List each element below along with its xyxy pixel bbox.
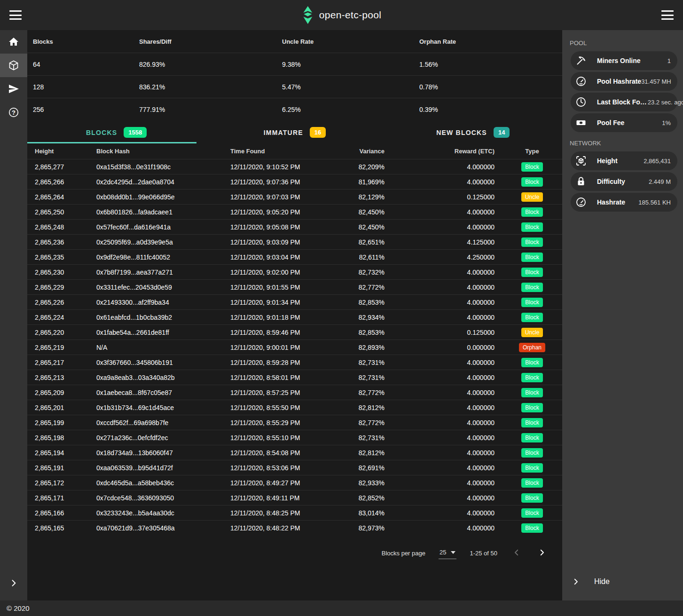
cell-variance: 82,450% [329, 208, 385, 216]
tab-immature[interactable]: IMMATURE 16 [205, 121, 384, 143]
banknote-icon [575, 117, 587, 128]
type-badge: Block [521, 463, 543, 473]
cell-reward: 4.000000 [385, 314, 495, 321]
network-section-label: NETWORK [562, 134, 683, 151]
cell-height: 2,865,248 [35, 223, 96, 231]
table-row: 2,865,277 0xa15d3f38...0e31f1908c 12/11/… [27, 159, 562, 174]
table-row: 2,865,194 0x18d734a9...13b6060f47 12/11/… [27, 445, 562, 460]
stat-value: 23.2 sec. ago [648, 99, 683, 106]
cell-block-hash: N/A [96, 344, 230, 351]
cell-height: 2,865,266 [35, 178, 96, 186]
cell-type: Block [495, 478, 570, 488]
cell-time-found: 12/11/2020, 8:48:22 PM [230, 524, 329, 532]
cell-block-hash: 0x61eabfcd...1b0cba39b2 [96, 314, 230, 321]
cell-block-hash: 0x1aebeca8...8f67c05e87 [96, 389, 230, 396]
stats-shares-value: 826.93% [139, 61, 282, 68]
home-icon [8, 36, 19, 47]
svg-text:?: ? [12, 109, 16, 116]
app-window: open-etc-pool [0, 0, 683, 616]
stat-value: 2.449 M [649, 178, 671, 185]
col-reward: Reward (ETC) [385, 148, 495, 155]
nav-home-button[interactable] [0, 30, 27, 54]
col-height: Height [35, 148, 96, 155]
cell-height: 2,865,226 [35, 299, 96, 306]
cell-block-hash: 0x271a236c...0efcfdf2ec [96, 434, 230, 442]
cell-block-hash: 0xa15d3f38...0e31f1908c [96, 163, 230, 171]
type-badge: Block [521, 448, 543, 458]
stat-value: 2,865,431 [644, 158, 671, 165]
tab-immature-count-badge: 16 [310, 127, 326, 138]
cell-block-hash: 0x25095f69...a0d39e9e5a [96, 238, 230, 246]
cell-time-found: 12/11/2020, 9:01:34 PM [230, 299, 329, 306]
cell-block-hash: 0x7b8f7199...aea377a271 [96, 269, 230, 276]
cell-variance: 82,731% [329, 359, 385, 366]
type-badge: Block [521, 162, 543, 172]
stat-label: Pool Fee [597, 119, 624, 126]
type-badge: Block [521, 283, 543, 292]
prev-page-button[interactable] [510, 546, 523, 560]
col-variance: Variance [329, 148, 385, 155]
table-row: 2,865,220 0x1fabe54a...2661de81ff 12/11/… [27, 324, 562, 340]
stats-table-header: Blocks Shares/Diff Uncle Rate Orphan Rat… [27, 30, 562, 53]
cell-variance: 82,209% [329, 163, 385, 171]
cell-height: 2,865,209 [35, 389, 96, 396]
table-row: 2,865,209 0x1aebeca8...8f67c05e87 12/11/… [27, 385, 562, 400]
table-row: 2,865,248 0x57fec60f...da616e941a 12/11/… [27, 219, 562, 234]
cell-reward: 4.000000 [385, 208, 495, 216]
stats-row: 128 836.21% 5.47% 0.78% [27, 75, 562, 98]
cell-variance: 81,969% [329, 178, 385, 186]
cell-type: Block [495, 388, 570, 397]
cell-type: Block [495, 298, 570, 307]
cell-height: 2,865,219 [35, 344, 96, 351]
pool-section-label: POOL [562, 34, 683, 51]
cell-block-hash: 0x57fec60f...da616e941a [96, 223, 230, 231]
stats-col-shares: Shares/Diff [139, 38, 282, 45]
chevron-down-icon [451, 551, 455, 554]
tab-new-blocks[interactable]: NEW BLOCKS 14 [384, 121, 562, 143]
stat-pool-hashrate: Pool Hashrate 31.457 MH [571, 72, 677, 91]
speedometer-icon [575, 197, 587, 208]
blocks-table-body: 2,865,277 0xa15d3f38...0e31f1908c 12/11/… [27, 159, 562, 535]
cell-height: 2,865,166 [35, 509, 96, 517]
cell-block-hash: 0x18d734a9...13b6060f47 [96, 449, 230, 457]
cell-variance: 82,691% [329, 464, 385, 472]
stats-orphan-value: 1.56% [419, 61, 562, 68]
cell-height: 2,865,264 [35, 193, 96, 201]
cell-time-found: 12/11/2020, 8:53:06 PM [230, 464, 329, 472]
cell-time-found: 12/11/2020, 9:00:01 PM [230, 344, 329, 351]
cell-block-hash: 0x1b31b734...69c1d45ace [96, 404, 230, 411]
cell-block-hash: 0x6b801826...fa9adcaee1 [96, 208, 230, 216]
stat-network-height: Height 2,865,431 [571, 151, 677, 170]
footer-bar: © 2020 [0, 600, 683, 616]
cell-variance: 82,812% [329, 404, 385, 411]
stats-row: 256 777.91% 6.25% 0.39% [27, 98, 562, 120]
cell-height: 2,865,224 [35, 314, 96, 321]
cell-variance: 83,014% [329, 509, 385, 517]
next-page-button[interactable] [536, 546, 548, 560]
menu-hamburger-right-icon[interactable] [661, 10, 674, 20]
page-size-select[interactable]: 25 [439, 547, 456, 559]
cell-variance: 82,651% [329, 238, 385, 246]
cell-variance: 82,852% [329, 494, 385, 502]
cell-variance: 82,853% [329, 299, 385, 306]
cell-type: Block [495, 373, 570, 382]
stat-label: Height [597, 157, 618, 165]
page-size-value: 25 [440, 549, 446, 556]
menu-hamburger-left-icon[interactable] [9, 10, 22, 20]
type-badge: Block [521, 253, 543, 262]
cell-block-hash: 0x3233243e...b5a4aa30dc [96, 509, 230, 517]
copyright-text: © 2020 [7, 604, 30, 612]
stats-orphan-value: 0.39% [419, 106, 562, 113]
nav-payments-button[interactable] [0, 77, 27, 101]
hide-sidebar-button[interactable]: Hide [562, 570, 683, 593]
table-row: 2,865,165 0xa70621d9...37e305468a 12/11/… [27, 520, 562, 535]
cell-type: Orphan [495, 343, 570, 352]
col-type: Type [495, 148, 570, 155]
tab-blocks[interactable]: BLOCKS 1558 [27, 121, 205, 143]
cell-height: 2,865,171 [35, 494, 96, 502]
nav-blocks-button[interactable] [0, 54, 27, 77]
tab-new-blocks-label: NEW BLOCKS [436, 129, 487, 136]
nav-help-button[interactable]: ? [0, 101, 27, 124]
cell-reward: 4.000000 [385, 269, 495, 276]
nav-expand-button[interactable] [0, 571, 27, 595]
